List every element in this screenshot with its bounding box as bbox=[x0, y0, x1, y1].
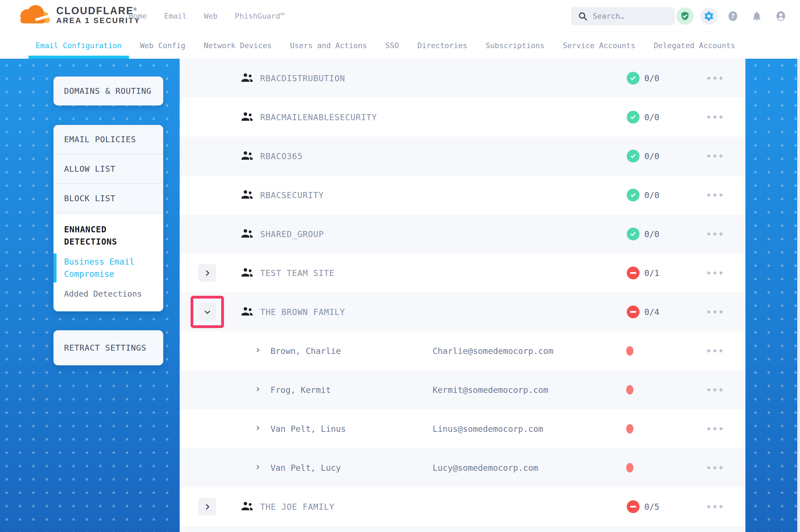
scrollbar[interactable] bbox=[797, 59, 800, 532]
tab-subscriptions[interactable]: Subscriptions bbox=[486, 32, 544, 59]
status-dot bbox=[626, 385, 633, 395]
expand-group-button[interactable] bbox=[198, 264, 216, 282]
nav-item-phishguard[interactable]: PhishGuard™ bbox=[235, 12, 285, 20]
tab-network-devices[interactable]: Network Devices bbox=[204, 32, 272, 59]
row-actions-ellipsis[interactable] bbox=[706, 74, 724, 83]
tab-service-accounts[interactable]: Service Accounts bbox=[563, 32, 635, 59]
check-icon bbox=[630, 192, 635, 197]
status-dot bbox=[626, 346, 633, 356]
sidebar-enhanced-detections-section: ENHANCED DETECTIONS Business Email Compr… bbox=[54, 213, 163, 311]
ellipsis-dot bbox=[707, 155, 710, 158]
tab-email-configuration[interactable]: Email Configuration bbox=[36, 32, 122, 59]
group-row: RBACDISTRUBUTION0/0 bbox=[180, 59, 745, 98]
search-box[interactable] bbox=[571, 7, 675, 25]
sidebar-item-allow-list[interactable]: ALLOW LIST bbox=[54, 154, 163, 184]
tab-sso[interactable]: SSO bbox=[385, 32, 399, 59]
sidebar-policies-card: EMAIL POLICIES ALLOW LIST BLOCK LIST ENH… bbox=[54, 125, 163, 311]
nav-item-home[interactable]: Home bbox=[129, 12, 147, 20]
row-actions-ellipsis[interactable] bbox=[706, 424, 724, 433]
group-people-icon bbox=[241, 267, 254, 279]
page-background: DOMAINS & ROUTING EMAIL POLICIES ALLOW L… bbox=[0, 59, 800, 532]
nav-item-web[interactable]: Web bbox=[204, 12, 218, 20]
member-email: Kermit@somedemocorp.com bbox=[433, 385, 548, 395]
nav-item-email[interactable]: Email bbox=[164, 12, 187, 20]
empty-row bbox=[180, 526, 745, 532]
ellipsis-dot bbox=[713, 349, 716, 353]
member-row: Brown, CharlieCharlie@somedemocorp.com bbox=[180, 331, 745, 370]
row-actions-ellipsis[interactable] bbox=[706, 502, 724, 511]
tab-directories[interactable]: Directories bbox=[417, 32, 467, 59]
config-tabbar: Email ConfigurationWeb ConfigNetwork Dev… bbox=[0, 32, 800, 59]
member-name: Van Pelt, Linus bbox=[271, 424, 346, 434]
sidebar-item-retract-settings[interactable]: RETRACT SETTINGS bbox=[54, 330, 163, 365]
sidebar-item-domains-routing[interactable]: DOMAINS & ROUTING bbox=[54, 77, 163, 106]
notifications-bell-icon[interactable] bbox=[748, 7, 765, 25]
member-name: Van Pelt, Lucy bbox=[271, 463, 341, 473]
sidebar-item-block-list[interactable]: BLOCK LIST bbox=[54, 184, 163, 213]
member-email: Lucy@somedemocorp.com bbox=[433, 463, 538, 473]
row-actions-ellipsis[interactable] bbox=[706, 347, 724, 355]
row-actions-ellipsis[interactable] bbox=[706, 308, 724, 316]
settings-gear-icon[interactable] bbox=[700, 7, 717, 25]
ellipsis-dot bbox=[707, 466, 710, 469]
chevron-right-icon[interactable] bbox=[255, 387, 260, 392]
ellipsis-dot bbox=[720, 310, 723, 314]
ellipsis-dot bbox=[713, 428, 716, 431]
logo-name: CLOUDFLARE® bbox=[56, 5, 140, 16]
group-row: THE BROWN FAMILY0/4 bbox=[180, 292, 745, 331]
tab-delegated-accounts[interactable]: Delegated Accounts bbox=[654, 32, 735, 59]
expand-group-button[interactable] bbox=[198, 498, 216, 516]
minus-icon bbox=[630, 272, 636, 274]
member-count: 0/4 bbox=[644, 307, 659, 317]
member-row: Frog, KermitKermit@somedemocorp.com bbox=[180, 370, 745, 409]
group-name: THE BROWN FAMILY bbox=[260, 307, 345, 317]
row-actions-ellipsis[interactable] bbox=[706, 152, 724, 160]
chevron-right-icon bbox=[204, 270, 210, 276]
group-people-icon bbox=[241, 500, 254, 513]
group-people-icon bbox=[241, 111, 254, 123]
member-count: 0/5 bbox=[644, 502, 659, 512]
group-name: RBACSECURITY bbox=[260, 190, 324, 200]
ellipsis-dot bbox=[720, 77, 723, 80]
tab-users-and-actions[interactable]: Users and Actions bbox=[290, 32, 367, 59]
group-people-icon bbox=[241, 72, 254, 84]
security-shield-icon[interactable] bbox=[676, 7, 694, 25]
sidebar-item-business-email-compromise[interactable]: Business Email Compromise bbox=[64, 256, 153, 280]
ellipsis-dot bbox=[720, 116, 723, 119]
account-icon[interactable] bbox=[772, 7, 789, 25]
sidebar-item-label: RETRACT SETTINGS bbox=[64, 343, 146, 353]
row-actions-ellipsis[interactable] bbox=[706, 191, 724, 200]
help-icon[interactable]: ? bbox=[724, 7, 742, 25]
group-name: SHARED_GROUP bbox=[260, 229, 324, 239]
ellipsis-dot bbox=[707, 233, 710, 236]
group-row: TEST TEAM SITE0/1 bbox=[180, 253, 745, 292]
chevron-right-icon[interactable] bbox=[255, 465, 260, 469]
status-check-badge bbox=[627, 189, 639, 202]
chevron-right-icon[interactable] bbox=[255, 348, 260, 353]
search-input[interactable] bbox=[593, 12, 660, 20]
row-actions-ellipsis[interactable] bbox=[706, 230, 724, 239]
sidebar-item-email-policies[interactable]: EMAIL POLICIES bbox=[54, 125, 163, 154]
status-blocked-badge bbox=[627, 500, 639, 513]
check-icon bbox=[630, 114, 635, 119]
member-count: 0/0 bbox=[644, 151, 659, 161]
ellipsis-dot bbox=[713, 271, 716, 274]
ellipsis-dot bbox=[713, 194, 716, 197]
cloudflare-logo: CLOUDFLARE® AREA 1 SECURITY bbox=[16, 3, 140, 27]
row-actions-ellipsis[interactable] bbox=[706, 463, 724, 472]
member-count: 0/0 bbox=[644, 229, 659, 239]
row-actions-ellipsis[interactable] bbox=[706, 386, 724, 394]
row-actions-ellipsis[interactable] bbox=[706, 269, 724, 278]
sidebar-item-label: EMAIL POLICIES bbox=[64, 135, 136, 144]
tab-web-config[interactable]: Web Config bbox=[140, 32, 185, 59]
chevron-right-icon[interactable] bbox=[255, 426, 260, 431]
ellipsis-dot bbox=[720, 271, 723, 274]
row-actions-ellipsis[interactable] bbox=[706, 113, 724, 121]
ellipsis-dot bbox=[713, 233, 716, 236]
svg-text:?: ? bbox=[731, 12, 734, 19]
ellipsis-dot bbox=[720, 194, 723, 197]
sidebar-item-added-detections[interactable]: Added Detections bbox=[64, 289, 153, 299]
status-dot bbox=[626, 463, 633, 473]
check-icon bbox=[630, 153, 635, 158]
member-count: 0/0 bbox=[644, 190, 659, 200]
